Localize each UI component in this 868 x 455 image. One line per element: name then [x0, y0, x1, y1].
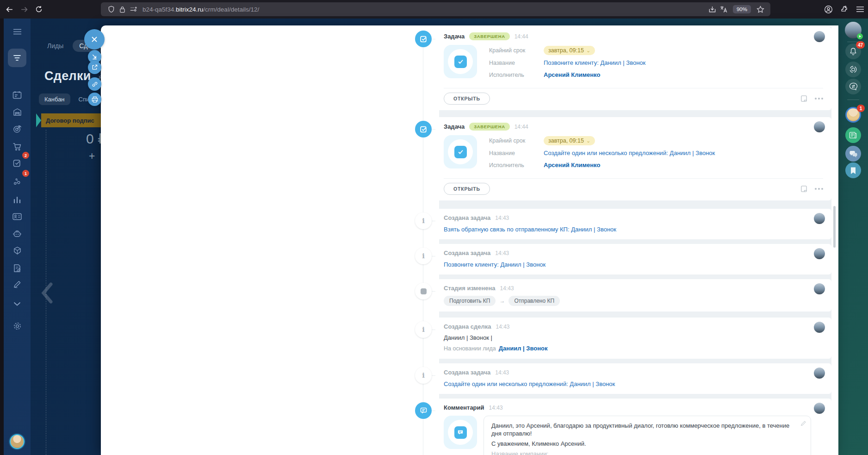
assignee-label: Исполнитель [489, 72, 544, 78]
task-name-link[interactable]: Создайте один или несколько предложений:… [544, 150, 715, 156]
rail-divider [847, 100, 859, 100]
chevron-down-icon: ⌄ [586, 49, 590, 52]
sidebar-item-sign[interactable] [8, 275, 26, 293]
bookmark-icon[interactable] [845, 162, 861, 178]
sidebar-menu-icon[interactable] [8, 22, 26, 41]
entry-time: 14:43 [495, 250, 509, 256]
sidebar-more-chevron-icon[interactable] [8, 294, 26, 313]
timeline-entry-task: Задача ЗАВЕРШЕНА 14:44 Крайний срок завт… [415, 27, 831, 110]
assignee-link[interactable]: Арсений Клименко [544, 162, 600, 168]
close-slider-button[interactable] [84, 29, 105, 50]
notifications-bell-icon[interactable]: 47 [845, 44, 861, 59]
copy-link-button[interactable] [88, 77, 101, 91]
lead-link[interactable]: Даниил | Звонок [499, 345, 548, 352]
info-icon: i [415, 248, 432, 264]
timeline-entry-info: i Создана задача 14:43 Взять обратную св… [415, 209, 831, 239]
extensions-icon[interactable] [840, 5, 849, 13]
sidebar-item-calendar[interactable] [8, 86, 26, 104]
timeline-entry-info: i Создана задача 14:43 Создайте один или… [415, 363, 831, 394]
add-deal-button[interactable]: + [89, 150, 95, 162]
author-avatar [814, 31, 825, 42]
print-button[interactable] [88, 93, 101, 106]
timeline-entry-task: Задача ЗАВЕРШЕНА 14:44 Крайний срок завт… [415, 117, 831, 200]
author-avatar [814, 213, 825, 224]
download-icon[interactable] [707, 4, 718, 14]
network-badge: 1 [22, 170, 29, 177]
timeline-entry-deal: i Создана сделка 14:43 Даниил | Звонок |… [415, 318, 831, 359]
info-icon: i [415, 367, 432, 384]
task-link[interactable]: Позвоните клиенту: Даниил | Звонок [444, 261, 546, 268]
bookmark-star-icon[interactable] [755, 4, 766, 14]
deadline-pill[interactable]: завтра, 09:15⌄ [544, 46, 595, 55]
more-actions-icon[interactable] [815, 98, 823, 100]
sidebar-item-documents[interactable] [8, 259, 26, 277]
task-link[interactable]: Создайте один или несколько предложений:… [444, 380, 615, 387]
task-card: Задача ЗАВЕРШЕНА 14:44 Крайний срок завт… [435, 117, 831, 200]
open-task-button[interactable]: ОТКРЫТЬ [444, 183, 490, 195]
sidebar-item-filter[interactable] [8, 49, 26, 67]
sidebar-item-contact-card[interactable] [8, 207, 26, 226]
sidebar-item-robot[interactable] [8, 224, 26, 243]
messenger-sync-icon[interactable] [845, 79, 861, 94]
sidebar-item-tasks[interactable]: 2 [8, 154, 26, 172]
task-name-link[interactable]: Позвоните клиенту: Даниил | Звонок [544, 59, 645, 66]
sidebar-item-crm[interactable] [8, 119, 26, 138]
panel-scrollbar[interactable] [833, 206, 836, 248]
arrow-right-icon: → [499, 298, 505, 304]
sidebar-item-settings[interactable] [8, 317, 26, 335]
info-card: Создана задача 14:43 Позвоните клиенту: … [435, 244, 831, 274]
url-bar[interactable]: b24-qa5f34.bitrix24.ru/crm/deal/details/… [101, 2, 770, 16]
edit-pencil-icon[interactable] [800, 421, 806, 426]
sidebar-item-catalog[interactable] [8, 241, 26, 260]
chats-icon[interactable] [845, 146, 861, 162]
more-actions-icon[interactable] [815, 188, 823, 190]
lock-icon[interactable] [117, 4, 128, 14]
reload-icon[interactable] [33, 4, 44, 15]
task-link[interactable]: Взять обратную связь по отправленному КП… [444, 226, 616, 233]
kanban-collapse-chevron[interactable] [41, 282, 53, 304]
comment-box: Даниил, это Арсений, благодарю за продук… [484, 416, 811, 455]
current-user-avatar[interactable] [10, 434, 25, 449]
name-label: Название [489, 150, 544, 156]
comment-note-icon[interactable] [800, 95, 807, 103]
open-in-new-button[interactable] [88, 61, 101, 74]
timeline-stream: Задача ЗАВЕРШЕНА 14:44 Крайний срок завт… [415, 25, 831, 455]
view-tab-kanban[interactable]: Канбан [39, 93, 70, 105]
focus-target-icon[interactable] [845, 62, 861, 77]
menu-icon[interactable] [856, 6, 864, 12]
info-icon: i [415, 212, 432, 229]
assignee-link[interactable]: Арсений Клименко [544, 71, 600, 78]
chevron-down-icon: ⌄ [586, 139, 590, 143]
profile-avatar[interactable] [845, 22, 862, 38]
sidebar-item-storage[interactable] [8, 103, 26, 121]
info-card: Создана задача 14:43 Взять обратную связ… [435, 209, 831, 239]
account-icon[interactable] [824, 5, 833, 14]
task-check-icon [415, 121, 432, 137]
deadline-pill[interactable]: завтра, 09:15⌄ [544, 136, 595, 145]
tab-leads[interactable]: Лиды [41, 40, 70, 52]
stage-to-pill: Отправлено КП [508, 296, 560, 306]
sidebar-item-reports[interactable] [8, 190, 26, 208]
browser-chrome: b24-qa5f34.bitrix24.ru/crm/deal/details/… [0, 0, 868, 19]
entry-time: 14:44 [515, 33, 528, 40]
deadline-label: Крайний срок [489, 137, 544, 144]
permissions-icon[interactable] [128, 4, 139, 14]
zoom-badge[interactable]: 90% [733, 5, 751, 13]
comment-line: Даниил, это Арсений, благодарю за продук… [491, 422, 797, 437]
sidebar-item-network[interactable]: 1 [8, 172, 26, 190]
right-rail: 47 1 [838, 19, 868, 455]
entry-time: 14:44 [515, 124, 528, 130]
kanban-stage-header[interactable]: Договор подпис [41, 113, 101, 127]
comment-icon [415, 402, 432, 419]
user-avatar[interactable]: 1 [845, 107, 861, 123]
left-sidebar: 2 1 [4, 19, 31, 455]
author-avatar [814, 248, 825, 259]
open-task-button[interactable]: ОТКРЫТЬ [444, 93, 490, 105]
comment-note-icon[interactable] [800, 185, 807, 193]
shield-icon[interactable] [105, 4, 117, 14]
translate-icon[interactable] [718, 4, 729, 14]
task-check-icon [415, 31, 432, 47]
back-icon[interactable] [4, 4, 15, 15]
news-icon[interactable] [845, 127, 861, 143]
forward-icon[interactable] [19, 4, 30, 15]
